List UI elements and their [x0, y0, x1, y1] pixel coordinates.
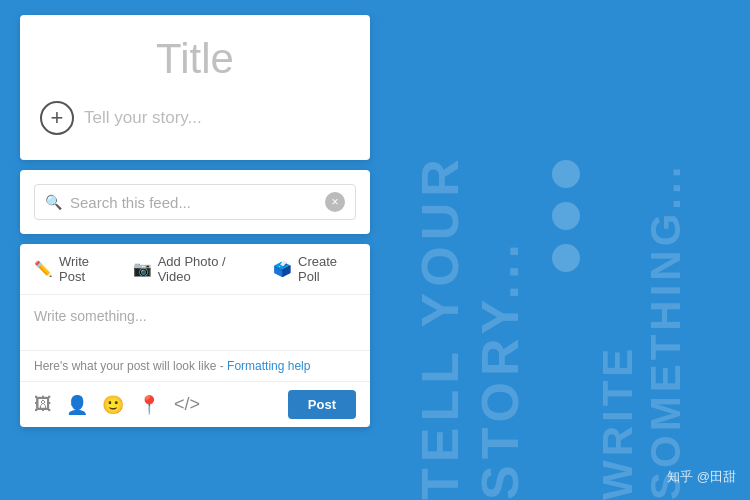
search-card: 🔍 Search this feed... ×	[20, 170, 370, 234]
code-icon[interactable]: </>	[174, 394, 200, 415]
dot-1	[552, 160, 580, 188]
post-preview-bar: Here's what your post will look like - F…	[20, 350, 370, 381]
media-icons: 🖼 👤 🙂 📍 </>	[34, 394, 200, 416]
add-story-button[interactable]: +	[40, 101, 74, 135]
search-input[interactable]: Search this feed...	[70, 194, 317, 211]
poll-icon: 🗳️	[273, 260, 292, 278]
write-something-watermark: WRITE SOMETHING...	[594, 20, 690, 500]
tell-your-story-watermark: TELL YOUR STORY...	[410, 20, 530, 500]
clear-search-button[interactable]: ×	[325, 192, 345, 212]
search-box: 🔍 Search this feed... ×	[34, 184, 356, 220]
post-actions-bar: 🖼 👤 🙂 📍 </> Post	[20, 381, 370, 427]
clear-icon: ×	[331, 195, 338, 209]
tab-write-post[interactable]: ✏️ Write Post	[34, 254, 113, 284]
location-icon[interactable]: 📍	[138, 394, 160, 416]
story-placeholder: Tell your story...	[84, 108, 202, 128]
plus-icon: +	[51, 105, 64, 131]
dot-2	[552, 202, 580, 230]
decorative-dots	[552, 160, 580, 272]
tab-add-photo-video[interactable]: 📷 Add Photo / Video	[133, 254, 253, 284]
tab-write-post-label: Write Post	[59, 254, 113, 284]
write-icon: ✏️	[34, 260, 53, 278]
search-icon: 🔍	[45, 194, 62, 210]
dot-3	[552, 244, 580, 272]
photo-icon: 📷	[133, 260, 152, 278]
post-textarea-area[interactable]: Write something...	[20, 295, 370, 350]
tab-add-photo-label: Add Photo / Video	[158, 254, 253, 284]
title-card: Title + Tell your story...	[20, 15, 370, 160]
tab-create-poll-label: Create Poll	[298, 254, 356, 284]
post-button[interactable]: Post	[288, 390, 356, 419]
emoji-icon[interactable]: 🙂	[102, 394, 124, 416]
post-tabs: ✏️ Write Post 📷 Add Photo / Video 🗳️ Cre…	[20, 244, 370, 295]
person-icon[interactable]: 👤	[66, 394, 88, 416]
formatting-help-link[interactable]: Formatting help	[227, 359, 310, 373]
story-input-row: + Tell your story...	[40, 101, 350, 135]
left-panel: Title + Tell your story... 🔍 Search this…	[20, 15, 370, 427]
tab-create-poll[interactable]: 🗳️ Create Poll	[273, 254, 356, 284]
image-icon[interactable]: 🖼	[34, 394, 52, 415]
title-placeholder-text: Title	[40, 35, 350, 83]
post-card: ✏️ Write Post 📷 Add Photo / Video 🗳️ Cre…	[20, 244, 370, 427]
post-textarea-placeholder: Write something...	[34, 308, 147, 324]
preview-text: Here's what your post will look like -	[34, 359, 224, 373]
zhihu-badge: 知乎 @田甜	[667, 468, 736, 486]
